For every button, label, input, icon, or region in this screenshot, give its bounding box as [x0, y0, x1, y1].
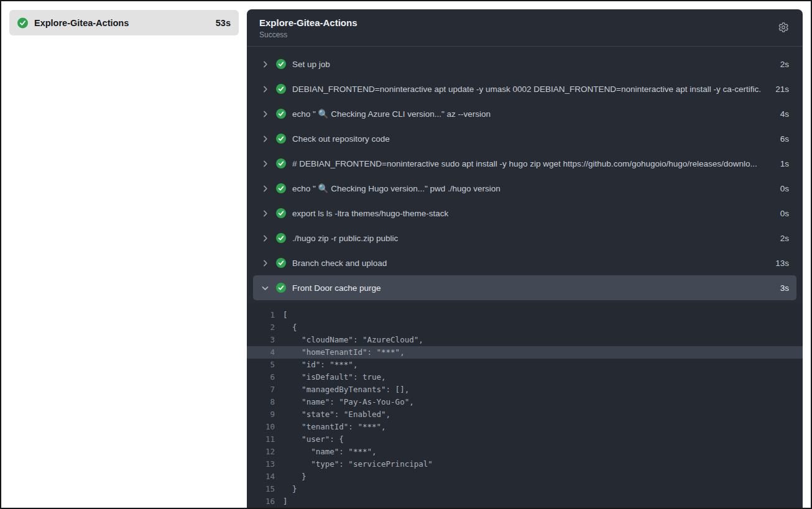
step-row[interactable]: Branch check and upload13s — [253, 250, 796, 275]
step-row[interactable]: # DEBIAN_FRONTEND=noninteractive sudo ap… — [253, 151, 796, 176]
step-duration: 1s — [773, 159, 789, 168]
step-duration: 4s — [773, 109, 789, 119]
log-line-text: [ — [283, 309, 288, 321]
step-name: Branch check and upload — [292, 259, 387, 268]
step-duration: 6s — [773, 134, 789, 144]
chevron-right-icon[interactable] — [261, 159, 269, 168]
jobs-sidebar: Explore-Gitea-Actions 53s — [1, 1, 247, 508]
log-line-text: "homeTenantId": "***", — [283, 346, 405, 359]
chevron-right-icon[interactable] — [261, 259, 269, 267]
step-name: export ls ls -ltra themes/hugo-theme-sta… — [292, 209, 448, 218]
log-line-number[interactable]: 5 — [247, 359, 283, 371]
step-row[interactable]: Front Door cache purge3s — [253, 275, 796, 300]
panel-header: Explore-Gitea-Actions Success — [247, 9, 803, 47]
chevron-right-icon[interactable] — [261, 184, 269, 193]
log-line-text: "id": "***", — [283, 359, 358, 371]
job-duration: 53s — [216, 18, 231, 28]
log-line-number[interactable]: 11 — [247, 433, 283, 446]
log-line: 15 } — [247, 483, 803, 495]
step-name: ./hugo zip -r public.zip public — [292, 234, 398, 243]
log-line-number[interactable]: 3 — [247, 334, 283, 346]
step-name: Check out repository code — [292, 134, 390, 144]
check-circle-icon — [275, 233, 286, 244]
log-line-text: "type": "servicePrincipal" — [283, 458, 433, 470]
check-circle-icon — [275, 59, 286, 70]
log-line-number[interactable]: 13 — [247, 458, 283, 470]
check-circle-icon — [275, 283, 286, 293]
log-line: 11 "user": { — [247, 433, 803, 446]
chevron-right-icon[interactable] — [261, 209, 269, 218]
check-circle-icon — [275, 158, 286, 169]
step-duration: 2s — [773, 60, 789, 69]
chevron-right-icon[interactable] — [261, 134, 269, 143]
log-line: 9 "state": "Enabled", — [247, 408, 803, 421]
chevron-right-icon[interactable] — [261, 234, 269, 242]
log-line-text: "cloudName": "AzureCloud", — [283, 334, 423, 346]
check-circle-icon — [275, 109, 286, 119]
step-row[interactable]: Check out repository code6s — [253, 126, 796, 151]
log-line: 5 "id": "***", — [247, 359, 803, 371]
log-line-text: "user": { — [283, 433, 344, 446]
check-circle-icon — [275, 134, 286, 144]
log-line: 12 "name": "***", — [247, 446, 803, 458]
log-line-number[interactable]: 1 — [247, 309, 283, 321]
log-line-number[interactable]: 10 — [247, 421, 283, 433]
log-line-number[interactable]: 12 — [247, 446, 283, 458]
log-line: 1[ — [247, 309, 803, 321]
log-line-text: "name": "***", — [283, 446, 377, 458]
check-circle-icon — [275, 208, 286, 219]
log-line-number[interactable]: 15 — [247, 483, 283, 495]
step-duration: 3s — [773, 283, 789, 293]
step-row[interactable]: export ls ls -ltra themes/hugo-theme-sta… — [253, 201, 796, 226]
log-line-text: "tenantId": "***", — [283, 421, 386, 433]
log-line-text: ] — [283, 495, 288, 508]
log-line: 8 "name": "Pay-As-You-Go", — [247, 396, 803, 408]
step-duration: 2s — [773, 234, 789, 243]
step-duration: 0s — [773, 184, 789, 193]
step-name: DEBIAN_FRONTEND=noninteractive apt updat… — [292, 85, 762, 94]
sidebar-job-item[interactable]: Explore-Gitea-Actions 53s — [9, 10, 239, 35]
check-circle-icon — [17, 17, 28, 28]
panel-title: Explore-Gitea-Actions — [259, 17, 790, 28]
step-row[interactable]: echo " 🔍 Checking Hugo version..." pwd .… — [253, 176, 796, 201]
log-line-number[interactable]: 4 — [247, 346, 283, 359]
step-name: echo " 🔍 Checking Azure CLI version..." … — [292, 109, 491, 119]
log-line: 14 } — [247, 470, 803, 483]
check-circle-icon — [275, 183, 286, 194]
log-line-text: "state": "Enabled", — [283, 408, 390, 421]
step-duration: 13s — [768, 259, 789, 268]
log-line: 3 "cloudName": "AzureCloud", — [247, 334, 803, 346]
log-line-number[interactable]: 6 — [247, 371, 283, 383]
log-line-text: "managedByTenants": [], — [283, 383, 409, 396]
step-log: 1[2 {3 "cloudName": "AzureCloud",4 "home… — [247, 303, 803, 508]
chevron-right-icon[interactable] — [261, 60, 269, 68]
step-name: Front Door cache purge — [292, 283, 381, 293]
check-circle-icon — [275, 84, 286, 94]
log-line-text: "name": "Pay-As-You-Go", — [283, 396, 414, 408]
settings-button[interactable] — [775, 21, 791, 37]
step-row[interactable]: Set up job2s — [253, 52, 796, 76]
log-line-number[interactable]: 9 — [247, 408, 283, 421]
step-duration: 0s — [773, 209, 789, 218]
log-line: 13 "type": "servicePrincipal" — [247, 458, 803, 470]
step-row[interactable]: echo " 🔍 Checking Azure CLI version..." … — [253, 101, 796, 126]
log-line-number[interactable]: 2 — [247, 321, 283, 334]
log-line: 7 "managedByTenants": [], — [247, 383, 803, 396]
chevron-down-icon[interactable] — [261, 283, 269, 292]
log-line-number[interactable]: 7 — [247, 383, 283, 396]
step-name: Set up job — [292, 60, 330, 69]
log-line-number[interactable]: 16 — [247, 495, 283, 508]
check-circle-icon — [275, 258, 286, 268]
gear-icon — [778, 22, 789, 35]
step-row[interactable]: ./hugo zip -r public.zip public2s — [253, 226, 796, 250]
log-line: 6 "isDefault": true, — [247, 371, 803, 383]
chevron-right-icon[interactable] — [261, 109, 269, 118]
log-line-number[interactable]: 8 — [247, 396, 283, 408]
step-name: echo " 🔍 Checking Hugo version..." pwd .… — [292, 183, 501, 193]
log-line-number[interactable]: 14 — [247, 470, 283, 483]
step-row[interactable]: DEBIAN_FRONTEND=noninteractive apt updat… — [253, 76, 796, 101]
chevron-right-icon[interactable] — [261, 85, 269, 93]
log-line-text: } — [283, 470, 307, 483]
job-status-text: Success — [259, 30, 790, 39]
log-line: 16] — [247, 495, 803, 508]
